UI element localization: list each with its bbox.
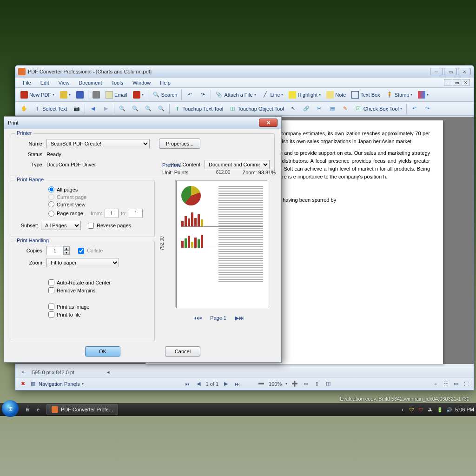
status-left-icon[interactable]: ⇤ (20, 369, 27, 376)
mdi-restore[interactable]: ▭ (453, 79, 461, 86)
preview-last-icon[interactable]: ▶⏭ (235, 315, 245, 321)
tray-network-icon[interactable]: 🖧 (427, 406, 434, 413)
remove-margins-check[interactable] (48, 287, 54, 293)
stamp-button[interactable]: 🧍Stamp▾ (383, 89, 415, 100)
rotate-right-button[interactable]: ↷ (197, 89, 209, 100)
open-button[interactable]: ▾ (58, 89, 73, 100)
ie-icon[interactable]: e (33, 405, 43, 414)
form-button[interactable]: ▤ (326, 103, 338, 114)
titlebar[interactable]: PDF Converter Professional - [Charts and… (15, 66, 474, 78)
copies-input[interactable] (46, 246, 63, 255)
tray-volume-icon[interactable]: 🔊 (446, 406, 452, 413)
maximize-button[interactable]: ▭ (444, 68, 457, 75)
close-button[interactable]: ✕ (458, 68, 471, 75)
preview-first-icon[interactable]: ⏮◀ (193, 315, 202, 321)
taskbar-app-button[interactable]: PDF Converter Profe... (46, 404, 118, 415)
zoom-out-button[interactable]: 🔍 (129, 103, 141, 114)
print-to-file-check[interactable] (48, 311, 54, 317)
menu-view[interactable]: View (55, 79, 73, 86)
sign-button[interactable]: ✎ (339, 103, 351, 114)
select-text-button[interactable]: ISelect Text (31, 103, 70, 114)
view-continuous-icon[interactable]: ☷ (442, 380, 450, 388)
printer-name-select[interactable]: ScanSoft PDF Create! (46, 139, 150, 148)
zoom-in-nav-icon[interactable]: ➕ (291, 380, 298, 388)
highlight-button[interactable]: Highlight▾ (286, 89, 323, 100)
checkbox-tool-button[interactable]: ☑Check Box Tool▾ (352, 103, 404, 114)
zoom-out-nav-icon[interactable]: ➖ (258, 380, 265, 388)
auto-rotate-check[interactable] (48, 279, 54, 285)
hand-tool-button[interactable]: ✋ (18, 103, 30, 114)
attach-file-button[interactable]: 📎Attach a File▾ (213, 89, 258, 100)
subset-select[interactable]: All Pages (41, 221, 81, 230)
new-pdf-button[interactable]: New PDF▾ (18, 89, 57, 100)
menu-edit[interactable]: Edit (37, 79, 53, 86)
all-pages-radio[interactable] (48, 186, 54, 192)
from-input[interactable] (105, 209, 119, 218)
fit-width-icon[interactable]: ▯ (313, 380, 321, 388)
touchup-text-button[interactable]: TTouchup Text Tool (172, 103, 226, 114)
menu-help[interactable]: Help (156, 79, 174, 86)
save-button[interactable] (74, 89, 86, 100)
link-tool-button[interactable]: 🔗 (300, 103, 312, 114)
tray-power-icon[interactable]: 🔋 (436, 406, 443, 413)
zoom-dynamic-button[interactable]: 🔍 (155, 103, 167, 114)
menu-tools[interactable]: Tools (108, 79, 127, 86)
mdi-close[interactable]: ✕ (462, 79, 470, 86)
current-view-radio[interactable] (48, 201, 54, 207)
rotate-left-button[interactable]: ↶ (184, 89, 196, 100)
menu-document[interactable]: Document (75, 79, 106, 86)
start-button[interactable]: ⊞ (2, 400, 19, 417)
clock[interactable]: 5:06 PM (455, 407, 474, 412)
crop-button[interactable]: ✂ (313, 103, 325, 114)
prev-page-icon[interactable]: ◀ (195, 380, 202, 388)
minimize-button[interactable]: ─ (430, 68, 443, 75)
cancel-button[interactable]: Cancel (165, 346, 200, 357)
view-single-icon[interactable]: ▫ (432, 380, 439, 388)
print-button[interactable] (90, 89, 102, 100)
dialog-titlebar[interactable]: Print ✕ (4, 117, 281, 129)
copies-down[interactable]: ▼ (63, 251, 70, 255)
touchup-object-button[interactable]: ◫Touchup Object Tool (226, 103, 286, 114)
tray-shield-icon[interactable]: 🛡 (409, 406, 415, 413)
page-range-radio[interactable] (48, 211, 54, 217)
mdi-minimize[interactable]: ─ (444, 79, 452, 86)
redo-button[interactable]: ↷ (422, 103, 434, 114)
copies-spinner[interactable]: ▲▼ (46, 246, 70, 255)
print-as-image-check[interactable] (48, 304, 54, 310)
dialog-close-button[interactable]: ✕ (259, 119, 278, 127)
zoom-marquee-button[interactable]: 🔍 (142, 103, 154, 114)
snapshot-button[interactable]: 📷 (71, 103, 83, 114)
menu-window[interactable]: Window (129, 79, 154, 86)
fit-page-icon[interactable]: ▭ (302, 380, 310, 388)
email-button[interactable]: Email (103, 89, 130, 100)
properties-button[interactable]: Properties... (159, 139, 200, 149)
ok-button[interactable]: OK (85, 346, 120, 357)
zoom-level[interactable]: 100% (269, 381, 282, 387)
zoom-in-button[interactable]: 🔍 (116, 103, 128, 114)
line-button[interactable]: ╱Line▾ (259, 89, 286, 100)
nav-back-button[interactable]: ◀ (87, 103, 99, 114)
print-content-select[interactable]: Document and Comments (205, 160, 270, 169)
note-button[interactable]: Note (324, 89, 348, 100)
menu-file[interactable]: File (19, 79, 35, 86)
navigation-panels-button[interactable]: ▦ Navigation Panels ▾ (29, 380, 84, 388)
show-desktop-icon[interactable]: 🖥 (22, 405, 32, 414)
first-page-icon[interactable]: ⏮ (184, 380, 191, 388)
search-button[interactable]: 🔍Search (150, 89, 180, 100)
nav-forward-button[interactable]: ▶ (100, 103, 112, 114)
textbox-button[interactable]: Text Box (349, 89, 382, 100)
zoom-select[interactable]: Fit to paper (46, 258, 119, 267)
fit-visible-icon[interactable]: ◫ (324, 380, 332, 388)
copies-up[interactable]: ▲ (63, 246, 70, 251)
undo-button[interactable]: ↶ (409, 103, 421, 114)
tray-security-icon[interactable]: 🛡 (418, 406, 424, 413)
pointer-button[interactable]: ↖ (287, 103, 299, 114)
last-page-icon[interactable]: ⏭ (233, 380, 241, 388)
close-panel-icon[interactable]: ✖ (19, 380, 26, 388)
view-facing-icon[interactable]: ▭ (452, 380, 460, 388)
export-pdf-button[interactable]: ▾ (131, 89, 146, 100)
tray-expand-icon[interactable]: ‹ (399, 406, 406, 413)
next-page-icon[interactable]: ▶ (222, 380, 230, 388)
view-fullscreen-icon[interactable]: ⛶ (463, 380, 470, 388)
more-button[interactable]: ▾ (416, 89, 431, 100)
